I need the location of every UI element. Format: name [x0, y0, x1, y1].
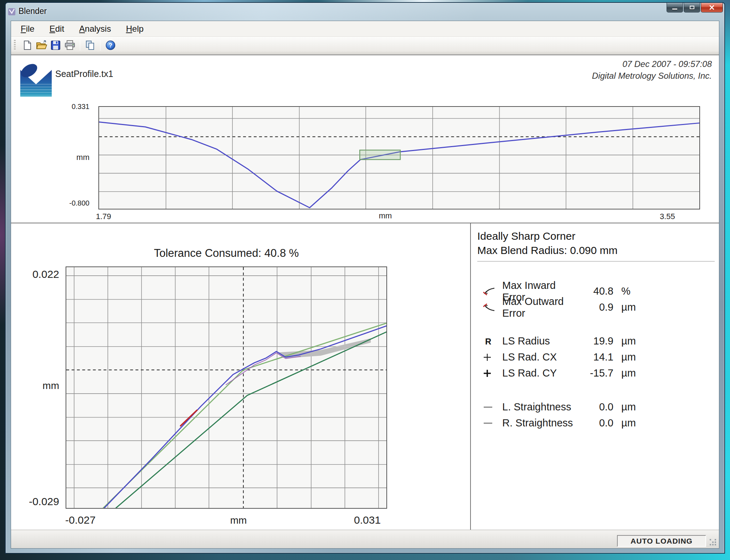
filename-label: SeatProfile.tx1	[55, 69, 113, 79]
corner-zoom-plot[interactable]	[66, 266, 387, 509]
dms-logo-icon	[19, 63, 53, 97]
series-measured-profile	[104, 326, 386, 508]
result-value: 0.0	[578, 401, 613, 413]
new-file-button[interactable]	[20, 39, 34, 52]
minimize-button[interactable]	[667, 3, 683, 12]
profile-overview-plot[interactable]	[98, 106, 700, 209]
copy-button[interactable]	[83, 39, 97, 52]
help-button[interactable]: ?	[103, 39, 118, 52]
toolbar: ?	[11, 37, 719, 54]
zoom-x-max-tick-label: 0.031	[354, 514, 381, 526]
menu-file[interactable]: File	[13, 21, 42, 36]
max-inward-arrow-icon	[482, 286, 502, 297]
zoom-y-min-tick-label: -0.029	[13, 496, 59, 508]
profile-x-max-tick-label: 3.55	[660, 212, 675, 221]
series-ls-fit-line	[116, 332, 386, 508]
result-value: 0.0	[578, 417, 613, 429]
result-label: Max Outward Error	[502, 296, 578, 319]
result-value: 0.9	[578, 301, 613, 313]
ls-radius-icon: R	[482, 336, 502, 347]
profile-y-max-tick-label: 0.331	[54, 103, 89, 111]
result-value: 19.9	[578, 335, 613, 347]
zoom-region-box[interactable]	[360, 150, 400, 160]
series-measured-profile	[99, 122, 699, 208]
straightness-line-icon	[482, 418, 502, 429]
app-body: FileEditAnalysisHelp	[11, 21, 719, 549]
series-blend-radius-fit	[226, 353, 300, 385]
result-row-ls-rad-cy: LS Rad. CY-15.7µm	[482, 365, 715, 381]
printer-icon	[64, 40, 76, 51]
result-value: 40.8	[578, 285, 613, 297]
screen: Blender FileEditAnalysisHelp	[0, 0, 730, 560]
result-unit: µm	[613, 351, 638, 363]
results-subtitle: Max Blend Radius: 0.090 mm	[477, 243, 715, 258]
report-stamp: 07 Dec 2007 - 09:57:08 Digital Metrology…	[592, 58, 712, 82]
profile-y-axis-unit-label: mm	[54, 153, 89, 162]
profile-x-axis-unit-label: mm	[371, 211, 400, 221]
window-title: Blender	[19, 3, 47, 19]
maximize-icon	[690, 6, 694, 9]
report-area: SeatProfile.tx1 07 Dec 2007 - 09:57:08 D…	[11, 55, 719, 530]
panel-vertical-divider	[470, 223, 471, 530]
app-icon	[8, 7, 16, 16]
copy-icon	[85, 40, 96, 51]
results-rows: Max Inward Error40.8%Max Outward Error0.…	[477, 283, 715, 431]
app-window: Blender FileEditAnalysisHelp	[5, 2, 725, 554]
zoom-y-max-tick-label: 0.022	[16, 268, 59, 280]
result-unit: %	[613, 285, 638, 297]
zoom-x-min-tick-label: -0.027	[65, 514, 96, 526]
new-document-icon	[22, 40, 32, 51]
zoom-chart-title: Tolerance Consumed: 40.8 %	[66, 247, 387, 260]
profile-y-min-tick-label: -0.800	[54, 199, 89, 207]
result-row-max-outward-error: Max Outward Error0.9µm	[482, 299, 715, 315]
result-unit: µm	[613, 335, 638, 347]
print-button[interactable]	[63, 39, 77, 52]
result-label: LS Radius	[502, 335, 578, 347]
menu-help[interactable]: Help	[118, 21, 151, 36]
result-row-ls-radius: RLS Radius19.9µm	[482, 333, 715, 349]
maximize-button[interactable]	[684, 3, 700, 12]
result-unit: µm	[613, 401, 638, 413]
zoom-y-axis-unit-label: mm	[16, 380, 59, 392]
menu-edit[interactable]: Edit	[42, 21, 72, 36]
save-button[interactable]	[48, 39, 63, 52]
straightness-line-icon	[482, 401, 502, 413]
results-separator	[477, 261, 715, 262]
help-icon: ?	[105, 40, 116, 51]
result-value: 14.1	[578, 351, 613, 363]
result-row-r-straightness: R. Straightness0.0µm	[482, 415, 715, 431]
save-floppy-icon	[50, 40, 61, 51]
menu-analysis[interactable]: Analysis	[72, 21, 118, 36]
toolbar-separator	[80, 40, 80, 51]
status-auto-loading[interactable]: AUTO LOADING	[617, 535, 706, 547]
results-panel: Ideally Sharp Corner Max Blend Radius: 0…	[472, 224, 718, 530]
status-bar: AUTO LOADING	[11, 530, 719, 548]
resize-grip[interactable]	[709, 538, 717, 546]
result-unit: µm	[613, 367, 638, 379]
menu-bar: FileEditAnalysisHelp	[11, 21, 719, 37]
window-controls	[666, 3, 723, 12]
max-outward-arrow-icon	[482, 302, 502, 313]
result-label: R. Straightness	[502, 417, 578, 429]
open-file-button[interactable]	[34, 39, 48, 52]
toolbar-grip[interactable]	[14, 40, 16, 51]
profile-x-min-tick-label: 1.79	[96, 212, 111, 221]
result-row-l-straightness: L. Straightness0.0µm	[482, 399, 715, 415]
zoom-x-axis-unit-label: mm	[224, 515, 253, 526]
result-label: LS Rad. CX	[502, 351, 578, 363]
close-button[interactable]	[701, 3, 723, 12]
svg-text:R: R	[485, 337, 491, 346]
close-icon	[709, 5, 715, 10]
datetime-label: 07 Dec 2007 - 09:57:08	[592, 58, 712, 70]
crosshair-plus-icon	[482, 352, 502, 363]
result-row-ls-rad-cx: LS Rad. CX14.1µm	[482, 349, 715, 365]
results-title: Ideally Sharp Corner	[477, 229, 715, 243]
panel-horizontal-divider	[11, 223, 719, 223]
company-label: Digital Metrology Solutions, Inc.	[592, 70, 712, 82]
svg-text:?: ?	[109, 42, 112, 49]
titlebar[interactable]: Blender	[6, 3, 724, 21]
toolbar-separator	[100, 40, 101, 51]
crosshair-plus-bold-icon	[482, 368, 502, 379]
result-label: L. Straightness	[502, 401, 578, 413]
result-unit: µm	[613, 417, 638, 429]
